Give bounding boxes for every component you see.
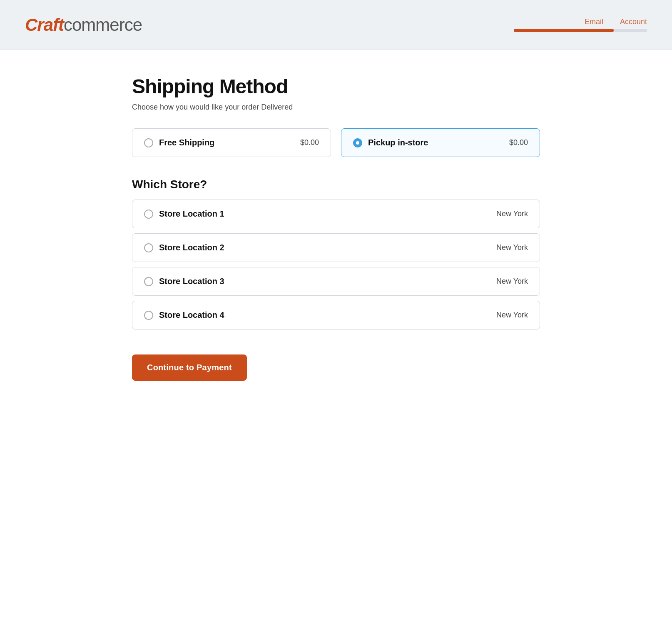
header-nav-links: Email Account xyxy=(585,17,647,26)
progress-bar-container xyxy=(514,29,647,32)
store-option-3[interactable]: Store Location 3 New York xyxy=(132,267,540,296)
store-1-location: New York xyxy=(496,210,528,218)
pickup-instore-option[interactable]: Pickup in-store $0.00 xyxy=(341,128,540,157)
store-3-left: Store Location 3 xyxy=(144,277,224,286)
header: Craftcommerce Email Account xyxy=(0,0,672,50)
account-nav-link[interactable]: Account xyxy=(620,17,647,26)
store-2-left: Store Location 2 xyxy=(144,243,224,252)
store-option-1[interactable]: Store Location 1 New York xyxy=(132,200,540,228)
free-shipping-label: Free Shipping xyxy=(159,138,214,147)
pickup-instore-left: Pickup in-store xyxy=(353,138,428,147)
store-2-name: Store Location 2 xyxy=(159,243,224,252)
store-option-4[interactable]: Store Location 4 New York xyxy=(132,301,540,329)
free-shipping-left: Free Shipping xyxy=(144,138,214,147)
free-shipping-price: $0.00 xyxy=(300,138,319,147)
store-4-left: Store Location 4 xyxy=(144,310,224,320)
continue-to-payment-button[interactable]: Continue to Payment xyxy=(132,354,247,381)
logo-commerce: commerce xyxy=(64,15,142,35)
store-options-list: Store Location 1 New York Store Location… xyxy=(132,200,540,329)
pickup-instore-radio[interactable] xyxy=(353,138,362,147)
page-title: Shipping Method xyxy=(132,75,540,98)
store-4-location: New York xyxy=(496,311,528,319)
store-2-location: New York xyxy=(496,243,528,252)
pickup-instore-label: Pickup in-store xyxy=(368,138,428,147)
progress-bar-fill xyxy=(514,29,614,32)
pickup-instore-price: $0.00 xyxy=(509,138,528,147)
store-option-2[interactable]: Store Location 2 New York xyxy=(132,233,540,262)
store-1-left: Store Location 1 xyxy=(144,209,224,219)
logo: Craftcommerce xyxy=(25,15,142,35)
free-shipping-option[interactable]: Free Shipping $0.00 xyxy=(132,128,331,157)
store-1-name: Store Location 1 xyxy=(159,209,224,219)
store-1-radio[interactable] xyxy=(144,210,153,219)
main-content: Shipping Method Choose how you would lik… xyxy=(107,50,565,406)
email-nav-link[interactable]: Email xyxy=(585,17,603,26)
which-store-title: Which Store? xyxy=(132,178,540,191)
store-3-name: Store Location 3 xyxy=(159,277,224,286)
free-shipping-radio[interactable] xyxy=(144,138,153,147)
page-subtitle: Choose how you would like your order Del… xyxy=(132,103,540,112)
store-3-location: New York xyxy=(496,277,528,286)
store-2-radio[interactable] xyxy=(144,243,153,252)
store-4-radio[interactable] xyxy=(144,311,153,320)
store-4-name: Store Location 4 xyxy=(159,310,224,320)
header-nav: Email Account xyxy=(514,17,647,32)
logo-craft: Craft xyxy=(25,15,64,35)
store-3-radio[interactable] xyxy=(144,277,153,286)
shipping-options: Free Shipping $0.00 Pickup in-store $0.0… xyxy=(132,128,540,157)
